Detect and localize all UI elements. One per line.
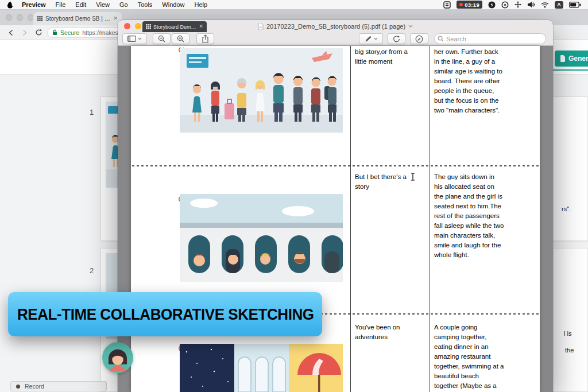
minimize-button[interactable] [135,23,141,29]
chevron-down-icon [374,37,378,40]
restaurant-arches [234,357,289,392]
window-title: 20170223_Demo_SB_storyboard (5).pdf (1 p… [266,23,405,30]
woman-avatar-illustration [102,342,133,373]
avatar-bubble [102,342,133,373]
rotate-button[interactable] [388,33,405,44]
bolt-circle-icon[interactable] [488,1,496,9]
app-box-icon[interactable] [443,1,451,9]
passenger-2 [226,249,240,273]
menu-window[interactable]: Window [162,1,184,8]
text-cursor [411,173,415,183]
menu-app-name[interactable]: Preview [22,1,46,8]
script-text-02: But I bet there's a story [355,172,418,192]
recording-dot-icon [459,3,463,6]
view-menu-button[interactable] [122,33,147,44]
airport-queue-illustration [180,48,343,133]
preview-content-area[interactable]: 01 [118,46,553,392]
search-icon [438,36,444,42]
storyboard-frame-01-image [180,48,343,133]
frame-1-number: 1 [90,108,94,117]
lock-icon [52,29,57,36]
record-dot-icon [16,385,20,389]
record-label: Record [25,383,44,390]
battery-icon[interactable] [569,2,581,8]
wifi-icon[interactable] [541,2,549,8]
generate-button[interactable]: Genera [555,51,588,67]
tab-close-icon[interactable]: ✕ [113,16,118,21]
zoom-out-icon [158,35,165,42]
ring-icon[interactable] [501,1,509,9]
screen: Preview File Edit View Go Tools Window H… [0,0,588,392]
adventures-montage-illustration [180,344,343,392]
storyboard-favicon [146,24,151,29]
pdf-proxy-icon[interactable] [258,23,264,30]
storyboard-favicon [37,16,42,21]
menu-tools[interactable]: Tools [138,1,153,8]
window-title-group: 20170223_Demo_SB_storyboard (5).pdf (1 p… [258,23,413,30]
zoom-controls [153,33,189,44]
minimize-window-button[interactable] [17,14,23,21]
teal-divider [553,69,588,71]
tab-title: Storyboard Demo SB | Mak... [153,24,196,30]
tab-title: Storyboard Demo SB | Make Sto [45,15,110,22]
table-column-divider [350,46,351,392]
volume-icon[interactable] [527,1,535,8]
zoom-out-button[interactable] [153,33,171,44]
zoom-in-icon [177,35,184,42]
passenger-4 [294,253,305,264]
close-button[interactable] [124,23,130,29]
markup-pen-button[interactable] [359,33,383,44]
title-chevron-down-icon[interactable] [408,25,413,28]
menu-bar: Preview File Edit View Go Tools Window H… [0,0,588,10]
caption-banner: REAL-TIME COLLABORATIVE SKETCHING [8,292,322,336]
close-window-button[interactable] [6,14,12,21]
document-icon [560,55,566,62]
url-text: https://makes [82,29,118,36]
storyboard-frame-02-image [180,194,343,282]
zoom-in-button[interactable] [172,33,189,44]
menu-file[interactable]: File [56,1,66,8]
secure-label: Secure [60,29,79,36]
back-button[interactable] [6,28,16,38]
markup-toolbar-button[interactable] [410,33,428,44]
menu-edit[interactable]: Edit [75,1,86,8]
refresh-button[interactable] [33,28,44,38]
background-text-fragment-3: the [565,347,574,354]
recording-time: 03:19 [465,2,479,8]
browser-window-controls [6,14,34,21]
search-input[interactable] [434,33,546,44]
browser-tab-1[interactable]: Storyboard Demo SB | Make Sto ✕ [33,12,122,25]
preview-toolbar [118,32,553,46]
passenger-5 [324,251,339,273]
background-text-fragment-2: l is [564,330,571,337]
menu-bar-status-area: 03:19 A [443,1,581,9]
description-text-02: The guy sits down in his allocated seat … [434,172,504,260]
rotate-icon [393,35,400,42]
pen-icon [364,35,372,42]
airplane-cabin-illustration [180,194,343,282]
description-text-01: her own. Further back in the line, a guy… [434,47,504,115]
table-row-divider [132,165,539,166]
apple-menu-icon[interactable] [7,1,13,9]
share-button[interactable] [196,33,214,44]
markup-circle-icon [415,35,423,43]
menu-go[interactable]: Go [119,1,128,8]
script-text-01: big story,or from a little moment [355,47,418,67]
record-bar[interactable]: Record [10,381,107,391]
storyboard-frame-03-image [180,344,343,392]
move-arrows-icon[interactable] [514,1,521,8]
menu-view[interactable]: View [96,1,110,8]
description-text-03: A couple going camping together, eating … [434,323,504,391]
search-field-wrap [434,33,546,44]
pdf-page: 01 [131,46,540,392]
chevron-down-icon [138,37,142,40]
generate-button-label: Genera [568,55,588,63]
passenger-3 [260,253,270,265]
input-source-icon[interactable]: A [555,1,563,9]
tab-close-icon[interactable]: ✕ [199,24,203,29]
browser-tab-2-dark[interactable]: Storyboard Demo SB | Mak... ✕ [142,21,207,32]
forward-button[interactable] [20,28,30,38]
caption-text: REAL-TIME COLLABORATIVE SKETCHING [17,305,314,324]
recording-timer-badge[interactable]: 03:19 [457,1,482,9]
menu-help[interactable]: Help [194,1,207,8]
